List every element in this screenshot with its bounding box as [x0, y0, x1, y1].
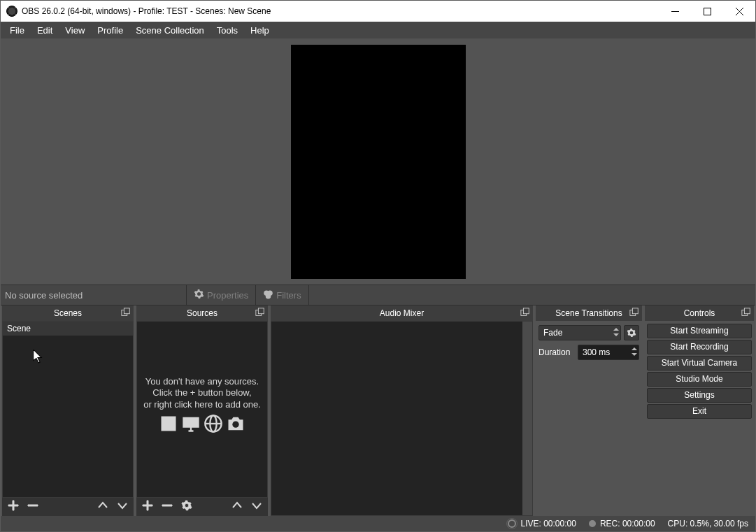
- duration-label: Duration: [539, 347, 575, 357]
- cpu-status: CPU: 0.5%, 30.00 fps: [668, 519, 748, 529]
- live-status: LIVE: 00:00:00: [520, 519, 576, 529]
- properties-label: Properties: [207, 290, 248, 301]
- popout-icon[interactable]: [741, 308, 751, 319]
- scenes-footer: [2, 498, 134, 516]
- source-toolbar: No source selected Properties Filters: [1, 285, 755, 305]
- transitions-dock: Scene Transitions Fade: [536, 305, 642, 516]
- preview-area[interactable]: [1, 38, 755, 285]
- mixer-body[interactable]: [271, 321, 533, 516]
- add-scene-button[interactable]: [8, 500, 19, 514]
- scenes-header: Scenes: [2, 305, 134, 321]
- close-button[interactable]: [723, 1, 755, 22]
- start-virtual-camera-button[interactable]: Start Virtual Camera: [647, 356, 752, 371]
- menu-scene-collection[interactable]: Scene Collection: [129, 23, 211, 38]
- preview-canvas: [291, 45, 466, 279]
- properties-button[interactable]: Properties: [187, 289, 255, 301]
- gear-icon: [194, 289, 204, 301]
- svg-rect-13: [523, 308, 529, 314]
- svg-point-3: [266, 294, 271, 299]
- transition-selected: Fade: [543, 328, 562, 338]
- camera-icon: [226, 414, 245, 433]
- studio-mode-button[interactable]: Studio Mode: [647, 372, 752, 387]
- sources-header: Sources: [136, 305, 268, 321]
- svg-rect-7: [258, 308, 264, 314]
- titlebar: OBS 26.0.2 (64-bit, windows) - Profile: …: [1, 1, 755, 22]
- sources-dock: Sources You don't have any sources. Clic…: [136, 305, 268, 516]
- remove-source-button[interactable]: [162, 500, 173, 514]
- remove-scene-button[interactable]: [27, 500, 38, 514]
- menu-profile[interactable]: Profile: [91, 23, 129, 38]
- settings-button[interactable]: Settings: [647, 388, 752, 403]
- source-down-button[interactable]: [251, 500, 262, 514]
- transition-select[interactable]: Fade: [539, 325, 621, 340]
- spinner-icon: [613, 326, 619, 338]
- menu-file[interactable]: File: [3, 23, 31, 38]
- svg-rect-17: [744, 308, 750, 314]
- transitions-title: Scene Transitions: [555, 308, 622, 318]
- controls-dock: Controls Start Streaming Start Recording…: [645, 305, 754, 516]
- sources-empty-line1: You don't have any sources.: [137, 376, 267, 387]
- popout-icon[interactable]: [255, 308, 265, 319]
- sources-empty-line2: Click the + button below,: [137, 387, 267, 398]
- popout-icon[interactable]: [121, 308, 131, 319]
- maximize-button[interactable]: [691, 1, 723, 22]
- filters-label: Filters: [276, 290, 301, 301]
- svg-rect-0: [704, 8, 711, 15]
- svg-point-8: [164, 419, 167, 422]
- rec-status: REC: 00:00:00: [600, 519, 655, 529]
- menu-help[interactable]: Help: [244, 23, 276, 38]
- duration-value: 300 ms: [583, 347, 610, 357]
- mixer-dock: Audio Mixer: [271, 305, 533, 516]
- scenes-body[interactable]: Scene: [2, 321, 134, 498]
- sources-footer: [136, 498, 268, 516]
- spinner-icon: [632, 346, 637, 357]
- transitions-header: Scene Transitions: [536, 305, 642, 321]
- source-settings-button[interactable]: [181, 500, 192, 514]
- transition-settings-button[interactable]: [624, 325, 639, 340]
- svg-rect-5: [124, 308, 129, 314]
- display-icon: [181, 414, 201, 433]
- minimize-button[interactable]: [659, 1, 691, 22]
- gear-icon: [627, 328, 636, 338]
- scene-up-button[interactable]: [97, 500, 108, 514]
- sources-empty-icons: [137, 414, 267, 433]
- image-icon: [159, 414, 178, 433]
- rec-indicator-icon: [589, 520, 596, 527]
- scene-down-button[interactable]: [117, 500, 128, 514]
- app-icon: [6, 6, 17, 17]
- source-up-button[interactable]: [231, 500, 243, 514]
- controls-title: Controls: [684, 308, 715, 318]
- svg-point-11: [232, 422, 238, 428]
- controls-header: Controls: [645, 305, 754, 321]
- menu-tools[interactable]: Tools: [211, 23, 244, 38]
- menubar: File Edit View Profile Scene Collection …: [1, 22, 755, 38]
- globe-icon: [204, 414, 223, 433]
- live-indicator-icon: [508, 519, 516, 528]
- mixer-header: Audio Mixer: [271, 305, 533, 321]
- menu-edit[interactable]: Edit: [31, 23, 59, 38]
- cursor-icon: [33, 350, 43, 366]
- add-source-button[interactable]: [142, 500, 153, 514]
- mixer-title: Audio Mixer: [380, 308, 424, 318]
- no-source-label: No source selected: [1, 290, 186, 301]
- popout-icon[interactable]: [629, 308, 639, 319]
- scene-item[interactable]: Scene: [3, 322, 133, 336]
- sources-title: Sources: [187, 308, 217, 318]
- filters-icon: [263, 289, 273, 301]
- duration-input[interactable]: 300 ms: [578, 345, 639, 360]
- menu-view[interactable]: View: [59, 23, 91, 38]
- scrollbar[interactable]: [522, 322, 532, 515]
- filters-button[interactable]: Filters: [256, 289, 308, 301]
- start-recording-button[interactable]: Start Recording: [647, 340, 752, 354]
- svg-rect-15: [632, 308, 638, 314]
- window-title: OBS 26.0.2 (64-bit, windows) - Profile: …: [22, 6, 659, 16]
- popout-icon[interactable]: [520, 308, 530, 319]
- scenes-title: Scenes: [54, 308, 82, 318]
- statusbar: LIVE: 00:00:00 REC: 00:00:00 CPU: 0.5%, …: [1, 516, 755, 531]
- exit-button[interactable]: Exit: [647, 404, 752, 419]
- start-streaming-button[interactable]: Start Streaming: [647, 324, 752, 338]
- sources-empty-line3: or right click here to add one.: [137, 399, 267, 410]
- scenes-dock: Scenes Scene: [2, 305, 134, 516]
- sources-body[interactable]: You don't have any sources. Click the + …: [136, 321, 268, 498]
